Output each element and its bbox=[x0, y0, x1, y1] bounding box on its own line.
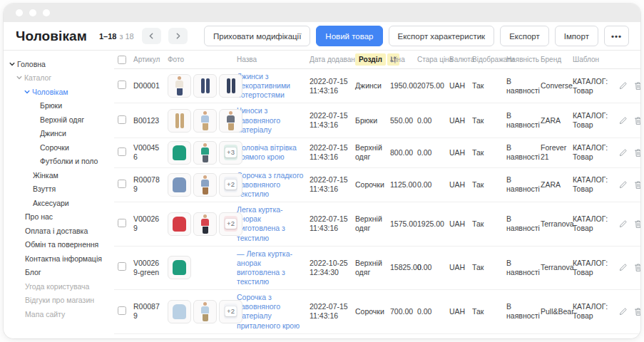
template-type: КАТАЛОГ: bbox=[573, 143, 614, 152]
sidebar-item-vzuttia[interactable]: Взуття bbox=[4, 182, 114, 197]
product-photo[interactable] bbox=[193, 212, 217, 236]
product-photo[interactable] bbox=[168, 300, 191, 323]
date-cell: 2022-07-1511:43:16 bbox=[310, 302, 355, 321]
product-photo[interactable]: +3 bbox=[219, 141, 242, 165]
row-checkbox[interactable] bbox=[118, 115, 126, 124]
product-photo[interactable]: +2 bbox=[219, 212, 242, 236]
row-checkbox[interactable] bbox=[118, 262, 126, 271]
product-name-link[interactable]: Чоловіча вітрівка прямого крою bbox=[237, 143, 297, 161]
edit-icon[interactable] bbox=[618, 307, 628, 316]
product-name-link[interactable]: Штани з бавовняного матеріалу прямого кр… bbox=[237, 337, 302, 338]
delete-icon[interactable] bbox=[634, 81, 640, 90]
pagination-next-button[interactable] bbox=[168, 28, 188, 44]
edit-icon[interactable] bbox=[618, 81, 628, 90]
product-name-link[interactable]: — Легка куртка-анорак виготовлена з текс… bbox=[237, 249, 292, 286]
sidebar-item-holovna[interactable]: Головна bbox=[4, 57, 114, 71]
photo-cell bbox=[168, 256, 237, 279]
export-button[interactable]: Експорт bbox=[500, 26, 549, 46]
sidebar-item-aksesuary[interactable]: Аксесуари bbox=[4, 196, 114, 210]
delete-icon[interactable] bbox=[634, 263, 640, 272]
edit-icon[interactable] bbox=[618, 180, 628, 190]
edit-icon[interactable] bbox=[618, 219, 628, 229]
product-photo[interactable] bbox=[219, 74, 242, 98]
new-product-button[interactable]: Новий товар bbox=[316, 26, 382, 46]
product-name-link[interactable]: Чиноси з бавовняного матеріалу bbox=[237, 106, 280, 133]
column-header-price: Ціна bbox=[390, 56, 417, 63]
template-value: Товар bbox=[573, 120, 614, 130]
sidebar-item-pro-nas[interactable]: Про нас bbox=[4, 210, 114, 224]
product-photo[interactable] bbox=[168, 212, 191, 236]
sidebar-item-futbolky-i-polo[interactable]: Футболки и поло bbox=[4, 155, 114, 169]
date-cell: 2022-07-1511:43:16 bbox=[310, 77, 355, 95]
product-photo[interactable] bbox=[193, 173, 217, 197]
window-close-dot[interactable] bbox=[16, 9, 23, 16]
delete-icon[interactable] bbox=[634, 180, 640, 190]
column-header-old-price: Стара ціна bbox=[417, 56, 449, 63]
sidebar-item-vidhuky-pro-mahazyn[interactable]: Відгуки про магазин bbox=[4, 294, 114, 308]
column-header-section[interactable]: Розділ bbox=[355, 53, 390, 66]
product-photo[interactable] bbox=[193, 300, 217, 323]
photo-cell bbox=[168, 109, 237, 133]
product-photo[interactable] bbox=[168, 74, 191, 98]
edit-icon[interactable] bbox=[618, 148, 628, 157]
sidebar-item-kontaktna-informatsiia[interactable]: Контактна інформація bbox=[4, 252, 114, 266]
sidebar-item-uhoda-korystuvacha[interactable]: Угода користувача bbox=[4, 279, 114, 294]
edit-icon[interactable] bbox=[618, 263, 628, 272]
chevron-down-icon[interactable] bbox=[24, 89, 32, 95]
sidebar-item-cholovikam[interactable]: Чоловікам bbox=[4, 85, 114, 99]
import-button[interactable]: Імпорт bbox=[555, 26, 598, 46]
window-minimize-dot[interactable] bbox=[29, 9, 36, 16]
sidebar-item-obmin-ta-povernennia[interactable]: Обмін та повернення bbox=[4, 238, 114, 252]
old-price-cell: 1925.00 bbox=[417, 219, 449, 229]
template-value: Товар bbox=[573, 268, 614, 277]
product-name-link[interactable]: Сорочка з бавовняного матеріалу притален… bbox=[237, 293, 300, 329]
row-checkbox[interactable] bbox=[118, 81, 126, 89]
select-all-checkbox[interactable] bbox=[118, 56, 126, 64]
product-photo[interactable]: +2 bbox=[219, 300, 242, 323]
sidebar-item-briuky[interactable]: Брюки bbox=[4, 99, 114, 113]
delete-icon[interactable] bbox=[634, 219, 640, 229]
sidebar-item-sorochky[interactable]: Сорочки bbox=[4, 140, 114, 155]
product-photo[interactable] bbox=[168, 141, 191, 165]
more-actions-button[interactable]: ••• bbox=[604, 26, 629, 46]
hide-modifications-button[interactable]: Приховати модифікації bbox=[204, 26, 310, 46]
chevron-down-icon[interactable] bbox=[9, 61, 17, 67]
row-checkbox[interactable] bbox=[118, 147, 126, 156]
product-name-link[interactable]: Легка куртка-анорак виготовлена з тексти… bbox=[237, 205, 285, 242]
product-photo[interactable] bbox=[168, 109, 191, 133]
delete-icon[interactable] bbox=[634, 148, 640, 157]
sidebar-item-dzhynsy[interactable]: Джинси bbox=[4, 127, 114, 141]
sidebar-item-verkhnii-odiah[interactable]: Верхній одяг bbox=[4, 113, 114, 127]
display-cell: Так bbox=[472, 116, 506, 125]
row-checkbox[interactable] bbox=[118, 180, 126, 188]
edit-icon[interactable] bbox=[618, 116, 628, 125]
app-window: Чоловікам 1–18 з 18 Приховати модифікаці… bbox=[4, 4, 640, 338]
product-photo[interactable] bbox=[193, 74, 217, 98]
product-photo[interactable]: +2 bbox=[219, 173, 242, 197]
delete-icon[interactable] bbox=[634, 307, 640, 316]
sidebar-item-bloh[interactable]: Блог bbox=[4, 266, 114, 280]
product-photo[interactable] bbox=[219, 109, 242, 133]
export-characteristics-button[interactable]: Експорт характеристик bbox=[389, 26, 495, 46]
product-photo[interactable] bbox=[168, 173, 191, 197]
product-name-link[interactable]: Сорочка з гладкого бавовняного текстилю bbox=[237, 171, 303, 198]
name-cell: Чиноси з бавовняного матеріалу bbox=[237, 106, 310, 134]
template-cell: КАТАЛОГ:Товар bbox=[573, 259, 618, 277]
sidebar-item-zhinkam[interactable]: Жінкам bbox=[4, 168, 114, 182]
pagination-prev-button[interactable] bbox=[142, 28, 161, 44]
date-value: 2022-07-15 bbox=[310, 143, 351, 152]
price-cell: 1575.00 bbox=[390, 219, 417, 229]
sidebar-item-mapa-saitu[interactable]: Мапа сайту bbox=[4, 307, 114, 321]
product-photo[interactable] bbox=[168, 256, 191, 279]
product-name-link[interactable]: Джинси з декоративними потертостями bbox=[237, 72, 290, 99]
window-zoom-dot[interactable] bbox=[43, 9, 50, 16]
row-checkbox[interactable] bbox=[118, 219, 126, 227]
delete-icon[interactable] bbox=[634, 116, 640, 125]
row-checkbox[interactable] bbox=[118, 306, 126, 315]
sidebar-item-oplata-i-dostavka[interactable]: Оплата і доставка bbox=[4, 224, 114, 238]
chevron-down-icon[interactable] bbox=[16, 75, 24, 81]
sidebar-item-kataloh[interactable]: Каталог bbox=[4, 71, 114, 86]
sidebar-item-label: Сорочки bbox=[40, 143, 69, 152]
product-photo[interactable] bbox=[193, 109, 217, 133]
product-photo[interactable] bbox=[193, 141, 217, 165]
